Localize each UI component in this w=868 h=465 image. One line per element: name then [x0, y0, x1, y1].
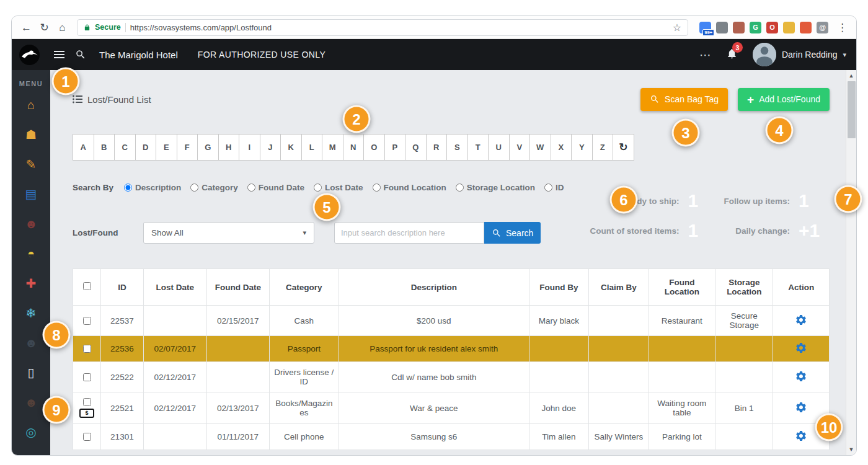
- alphabet-letter-button[interactable]: R: [426, 134, 448, 161]
- alphabet-letter-button[interactable]: X: [551, 134, 572, 161]
- row-action-gear-button[interactable]: [795, 401, 807, 414]
- alphabet-letter-button[interactable]: V: [509, 134, 531, 161]
- column-header: Action: [773, 269, 830, 306]
- alphabet-letter-button[interactable]: F: [177, 134, 198, 161]
- home-button[interactable]: ⌂: [54, 19, 71, 36]
- alphabet-letter-button[interactable]: E: [156, 134, 177, 161]
- round-red-extension[interactable]: [733, 22, 745, 33]
- stat-value: +1: [799, 221, 830, 240]
- sidebar-item-compass[interactable]: ◎: [20, 425, 42, 439]
- search-by-radio[interactable]: [544, 184, 552, 192]
- scroll-down-button[interactable]: ▼: [849, 445, 854, 454]
- reload-button[interactable]: ↻: [36, 19, 53, 36]
- search-by-radio[interactable]: [456, 184, 464, 192]
- row-checkbox[interactable]: [83, 373, 91, 381]
- alphabet-letter-button[interactable]: J: [260, 134, 281, 161]
- alphabet-letter-button[interactable]: S: [446, 134, 468, 161]
- add-lostfound-button[interactable]: + Add Lost/Found: [738, 88, 830, 111]
- alphabet-letter-button[interactable]: B: [94, 134, 115, 161]
- flame-extension[interactable]: [800, 22, 812, 33]
- blue-badge-extension[interactable]: 99+: [699, 22, 711, 33]
- browser-menu-button[interactable]: ⋮: [835, 21, 850, 34]
- key-extension[interactable]: [783, 22, 795, 33]
- alphabet-letter-button[interactable]: Y: [571, 134, 593, 161]
- bookmark-star-icon[interactable]: ☆: [673, 22, 681, 33]
- notifications-button[interactable]: 3: [719, 48, 745, 61]
- sidebar-item-clipboard[interactable]: ▯: [20, 365, 42, 379]
- search-description-input[interactable]: [334, 222, 484, 244]
- search-button[interactable]: Search: [484, 222, 541, 244]
- alphabet-letter-button[interactable]: I: [239, 134, 260, 161]
- lostfound-filter-select[interactable]: Show All ▾: [143, 222, 314, 244]
- sidebar-item-home[interactable]: ⌂: [20, 97, 42, 112]
- select-all-checkbox[interactable]: [83, 282, 91, 290]
- search-by-option[interactable]: ID: [544, 183, 564, 192]
- search-by-option[interactable]: Category: [190, 183, 238, 192]
- row-checkbox[interactable]: [83, 345, 91, 353]
- sidebar-item-snowflake[interactable]: ❄: [20, 306, 42, 320]
- at-extension[interactable]: @: [817, 22, 828, 33]
- row-action-gear-button[interactable]: [795, 314, 807, 326]
- alphabet-letter-button[interactable]: U: [488, 134, 510, 161]
- row-checkbox[interactable]: [83, 398, 91, 406]
- alphabet-letter-button[interactable]: T: [467, 134, 489, 161]
- alphabet-letter-button[interactable]: G: [197, 134, 219, 161]
- search-by-option[interactable]: Found Date: [247, 183, 304, 192]
- header-search-icon[interactable]: [69, 49, 92, 60]
- sidebar-item-first-aid[interactable]: ✚: [20, 276, 42, 290]
- alphabet-letter-button[interactable]: Z: [592, 134, 614, 161]
- shield-icon: ☗: [25, 128, 37, 141]
- search-by-option[interactable]: Description: [124, 183, 181, 192]
- search-by-option-label: Found Date: [259, 183, 304, 192]
- search-by-option[interactable]: Lost Date: [314, 183, 363, 192]
- menu-toggle-button[interactable]: [48, 44, 69, 65]
- search-by-radio[interactable]: [190, 184, 198, 192]
- search-by-radio[interactable]: [373, 184, 381, 192]
- sidebar-item-guest[interactable]: ☻: [20, 395, 42, 409]
- search-by-option[interactable]: Storage Location: [456, 183, 535, 192]
- notification-badge: 3: [732, 42, 743, 53]
- alphabet-letter-button[interactable]: Q: [405, 134, 427, 161]
- alphabet-letter-button[interactable]: W: [529, 134, 551, 161]
- row-checkbox[interactable]: [83, 317, 91, 325]
- back-button[interactable]: ←: [18, 19, 35, 36]
- alphabet-letter-button[interactable]: P: [384, 134, 406, 161]
- eyedropper-extension[interactable]: [716, 22, 728, 33]
- alphabet-letter-button[interactable]: A: [73, 134, 94, 161]
- alphabet-letter-button[interactable]: D: [135, 134, 157, 161]
- sidebar-item-person[interactable]: ☻: [20, 216, 42, 231]
- sidebar-item-shield[interactable]: ☗: [20, 127, 42, 141]
- row-action-gear-button[interactable]: [795, 342, 807, 354]
- alphabet-letter-button[interactable]: L: [301, 134, 323, 161]
- search-by-radio[interactable]: [314, 184, 322, 192]
- alphabet-letter-button[interactable]: M: [322, 134, 343, 161]
- alphabet-letter-button[interactable]: N: [343, 134, 365, 161]
- alphabet-letter-button[interactable]: H: [218, 134, 240, 161]
- search-by-option[interactable]: Found Location: [373, 183, 446, 192]
- scrollbar-thumb[interactable]: [848, 81, 856, 138]
- scan-bag-tag-button[interactable]: Scan Bag Tag: [640, 88, 728, 111]
- sidebar-item-pencil[interactable]: ✎: [20, 157, 42, 171]
- sidebar-item-inventory[interactable]: ▤: [20, 187, 42, 201]
- sidebar-item-service-bell[interactable]: ◓: [20, 246, 42, 260]
- search-by-radio[interactable]: [247, 184, 255, 192]
- row-checkbox[interactable]: [83, 433, 91, 441]
- cell-action: [773, 362, 830, 392]
- grammarly-extension[interactable]: G: [750, 22, 761, 33]
- alphabet-letter-button[interactable]: K: [280, 134, 302, 161]
- compass-icon: ◎: [25, 425, 36, 439]
- scroll-up-button[interactable]: ▲: [849, 71, 854, 80]
- search-by-radio[interactable]: [124, 184, 132, 192]
- alphabet-letter-button[interactable]: C: [114, 134, 136, 161]
- user-menu[interactable]: Darin Redding ▾: [753, 43, 846, 66]
- lostfound-filter-label: Lost/Found: [73, 228, 143, 237]
- alphabet-refresh-button[interactable]: ↻: [613, 134, 634, 161]
- address-bar[interactable]: Secure https://sovasystems.com/app/Lostf…: [77, 19, 688, 36]
- more-options-button[interactable]: ⋯: [692, 48, 719, 62]
- opera-extension[interactable]: O: [766, 22, 778, 33]
- row-action-gear-button[interactable]: [795, 370, 807, 383]
- row-action-gear-button[interactable]: [795, 430, 807, 442]
- extension-badge: 99+: [702, 29, 714, 36]
- alphabet-letter-button[interactable]: O: [363, 134, 385, 161]
- sidebar-item-people[interactable]: ☻: [20, 335, 42, 350]
